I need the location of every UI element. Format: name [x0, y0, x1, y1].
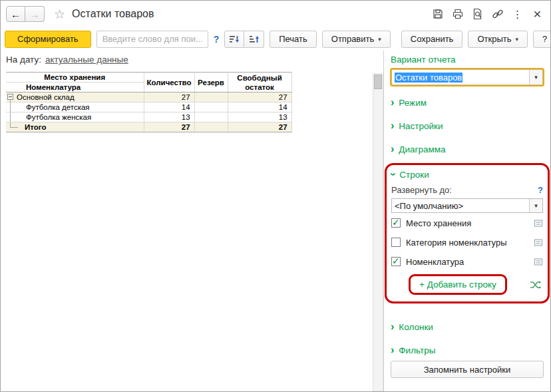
header-quantity: Количество — [144, 73, 194, 93]
section-filters[interactable]: › Фильтры — [391, 344, 544, 356]
header-reserve: Резерв — [194, 73, 228, 93]
header-storage: Место хранения — [6, 73, 144, 83]
cell-qty[interactable]: 27 — [144, 122, 194, 132]
forward-button[interactable]: → — [25, 6, 45, 22]
save-button[interactable]: Сохранить — [401, 31, 463, 48]
chevron-right-icon: › — [391, 322, 394, 331]
link-icon[interactable] — [491, 8, 504, 21]
reorder-icon[interactable] — [529, 280, 542, 290]
sort-buttons — [224, 31, 264, 48]
favorite-star-icon[interactable]: ☆ — [54, 7, 65, 22]
row-field-category[interactable]: Категория номенклатуры — [391, 233, 543, 252]
expand-to-dropdown-button[interactable]: ▾ — [529, 199, 542, 212]
chevron-right-icon: › — [391, 121, 394, 130]
annotation-add-row-highlight: + Добавить строку — [409, 274, 507, 295]
chevron-right-icon: › — [391, 345, 394, 355]
close-icon[interactable]: × — [531, 8, 544, 21]
help-icon[interactable]: ? — [538, 185, 543, 195]
report-window: ← → ☆ Остатки товаров — [0, 0, 551, 392]
section-columns[interactable]: › Колонки — [391, 321, 544, 333]
chevron-down-icon: ▾ — [534, 74, 538, 81]
cell-free[interactable]: 27 — [228, 93, 291, 102]
page-title: Остатки товаров — [72, 8, 154, 20]
cell-free[interactable]: 14 — [228, 102, 291, 112]
cell-group-name[interactable]: Основной склад — [6, 93, 144, 102]
print-icon[interactable] — [451, 8, 464, 21]
header-nomenclature: Номенклатура — [6, 83, 144, 93]
send-button[interactable]: Отправить ▾ — [322, 31, 391, 48]
cell-free[interactable]: 13 — [228, 112, 291, 122]
chevron-down-icon: ▾ — [534, 202, 538, 209]
row-settings-icon[interactable] — [534, 238, 543, 247]
content: На дату:актуальные данные Место хранения… — [1, 51, 550, 391]
search-help-icon[interactable]: ? — [214, 34, 220, 45]
expand-to-label: Развернуть до: — [391, 185, 452, 195]
add-row-line: + Добавить строку — [391, 274, 543, 295]
chevron-down-icon: ▾ — [378, 36, 381, 43]
cell-free[interactable]: 27 — [228, 122, 291, 132]
chevron-right-icon: › — [391, 144, 394, 154]
print-button[interactable]: Печать — [270, 31, 317, 48]
help-button[interactable]: ? — [533, 31, 551, 48]
row-field-nomenclature[interactable]: Номенклатура — [391, 252, 543, 271]
report-area: На дату:актуальные данные Место хранения… — [1, 51, 373, 391]
section-rows[interactable]: › Строки — [391, 168, 543, 180]
cell-reserve[interactable] — [194, 112, 228, 122]
nav-buttons: ← → — [6, 6, 45, 22]
sort-ascending-button[interactable] — [244, 31, 264, 48]
row-settings-icon[interactable] — [534, 219, 543, 228]
section-settings[interactable]: › Настройки — [391, 120, 544, 132]
checkbox[interactable] — [391, 257, 401, 266]
save-icon[interactable] — [431, 8, 444, 21]
expand-to-combobox[interactable]: <По умолчанию> ▾ — [391, 198, 543, 213]
remember-settings-button[interactable]: Запомнить настройки — [391, 361, 544, 378]
vertical-scrollbar[interactable] — [373, 73, 383, 391]
chevron-down-icon: › — [389, 172, 398, 176]
cell-qty[interactable]: 14 — [144, 102, 194, 112]
cell-item-name[interactable]: Футболка детская — [6, 102, 144, 112]
back-button[interactable]: ← — [6, 6, 25, 22]
header-free: Свободный остаток — [228, 73, 291, 93]
titlebar-actions: ⋮ × — [431, 8, 544, 21]
sort-desc-icon — [229, 35, 240, 44]
add-row-button[interactable]: + Добавить строку — [413, 278, 503, 292]
cell-qty[interactable]: 13 — [144, 112, 194, 122]
settings-panel: Вариант отчета Остатки товаров ▾ › Режим… — [383, 51, 550, 391]
section-mode[interactable]: › Режим — [391, 97, 544, 108]
scrollbar-thumb[interactable] — [374, 75, 382, 89]
table-row-group: Основной склад 27 27 — [6, 93, 291, 102]
checkbox[interactable] — [391, 218, 401, 228]
preview-icon[interactable] — [471, 8, 484, 21]
collapse-icon[interactable] — [7, 94, 13, 100]
report-variant-combobox[interactable]: Остатки товаров ▾ — [391, 69, 543, 85]
forward-arrow-icon: → — [30, 9, 40, 20]
annotation-rows-highlight: › Строки Развернуть до: ? <По умолчанию>… — [385, 163, 550, 303]
sort-descending-button[interactable] — [224, 31, 244, 48]
table-row-total: Итого 27 27 — [6, 122, 291, 132]
cell-reserve[interactable] — [194, 93, 228, 102]
cell-qty[interactable]: 27 — [144, 93, 194, 102]
back-arrow-icon: ← — [11, 9, 21, 20]
expand-to-value[interactable]: <По умолчанию> — [392, 199, 529, 212]
cell-reserve[interactable] — [194, 122, 228, 132]
cell-total-label[interactable]: Итого — [6, 122, 144, 132]
report-variant-dropdown-button[interactable]: ▾ — [529, 70, 542, 85]
cell-reserve[interactable] — [194, 102, 228, 112]
table-row: Футболка женская 13 13 — [6, 112, 291, 122]
date-value-link[interactable]: актуальные данные — [45, 55, 128, 65]
date-parameter-line: На дату:актуальные данные — [6, 55, 373, 65]
generate-button[interactable]: Сформировать — [5, 31, 91, 48]
report-table: Место хранения Количество Резерв Свободн… — [6, 72, 292, 132]
chevron-down-icon: ▾ — [515, 36, 518, 43]
chevron-right-icon: › — [391, 98, 394, 107]
section-diagram[interactable]: › Диаграмма — [391, 143, 544, 155]
checkbox[interactable] — [391, 238, 401, 247]
search-input[interactable] — [96, 31, 208, 48]
more-icon[interactable]: ⋮ — [511, 8, 524, 21]
titlebar: ← → ☆ Остатки товаров — [1, 1, 550, 27]
cell-item-name[interactable]: Футболка женская — [6, 112, 144, 122]
open-button[interactable]: Открыть ▾ — [468, 31, 528, 48]
report-variant-value: Остатки товаров — [395, 73, 462, 83]
row-settings-icon[interactable] — [534, 258, 543, 266]
row-field-storage[interactable]: Место хранения — [391, 214, 543, 232]
